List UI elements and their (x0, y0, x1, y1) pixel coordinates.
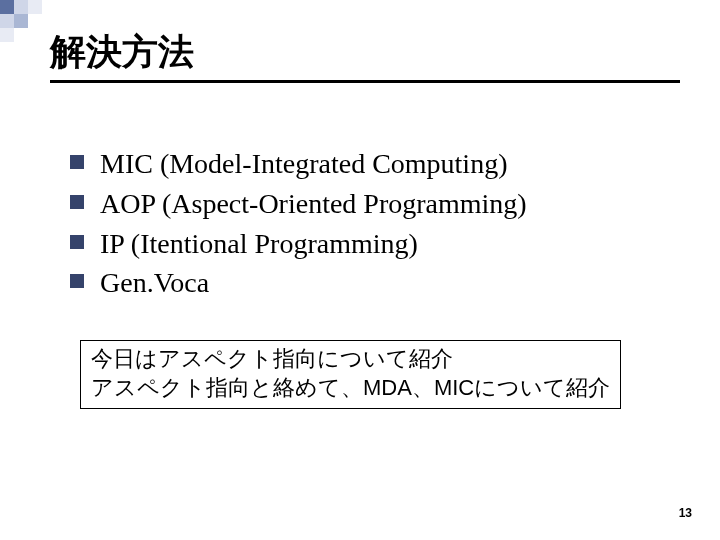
list-item-text: Gen.Voca (100, 264, 209, 302)
note-line: 今日はアスペクト指向について紹介 (91, 345, 610, 374)
square-bullet-icon (70, 274, 84, 288)
page-number: 13 (679, 506, 692, 520)
title-underline (50, 80, 680, 83)
list-item: AOP (Aspect-Oriented Programming) (70, 185, 670, 223)
square-bullet-icon (70, 155, 84, 169)
note-box: 今日はアスペクト指向について紹介 アスペクト指向と絡めて、MDA、MICについて… (80, 340, 621, 409)
list-item-text: IP (Itentional Programming) (100, 225, 418, 263)
square-bullet-icon (70, 195, 84, 209)
list-item: IP (Itentional Programming) (70, 225, 670, 263)
corner-decoration (0, 0, 42, 42)
list-item-text: MIC (Model-Integrated Computing) (100, 145, 507, 183)
square-bullet-icon (70, 235, 84, 249)
list-item: Gen.Voca (70, 264, 670, 302)
slide-title: 解決方法 (50, 28, 194, 77)
list-item: MIC (Model-Integrated Computing) (70, 145, 670, 183)
bullet-list: MIC (Model-Integrated Computing) AOP (As… (70, 145, 670, 304)
list-item-text: AOP (Aspect-Oriented Programming) (100, 185, 527, 223)
note-line: アスペクト指向と絡めて、MDA、MICについて紹介 (91, 374, 610, 403)
